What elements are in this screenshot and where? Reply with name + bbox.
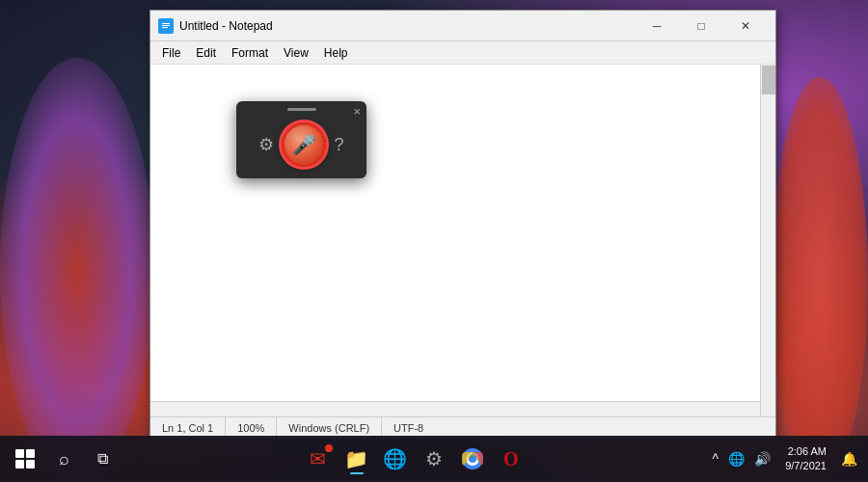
scrollbar-horizontal[interactable] [150, 401, 760, 416]
network-icon[interactable]: 🌐 [725, 451, 747, 467]
microphone-icon: 🎤 [292, 133, 316, 156]
drag-bar[interactable] [287, 108, 316, 111]
taskbar-edge-icon[interactable]: 🌐 [378, 442, 413, 476]
minimize-button[interactable]: ─ [635, 11, 679, 41]
chrome-svg-icon [462, 448, 483, 469]
svg-rect-1 [162, 23, 170, 24]
encoding: UTF-8 [382, 417, 435, 438]
search-icon: ⌕ [59, 449, 69, 469]
svg-rect-2 [162, 25, 170, 26]
line-ending: Windows (CRLF) [277, 417, 382, 438]
notepad-window: Untitled - Notepad ─ □ ✕ File Edit Forma… [149, 10, 776, 439]
task-view-button[interactable]: ⧉ [85, 442, 120, 476]
scrollbar-vertical[interactable] [760, 65, 775, 416]
menu-file[interactable]: File [154, 44, 188, 62]
voice-controls: ⚙ 🎤 ? [258, 122, 343, 167]
notification-icon[interactable]: 🔔 [838, 451, 860, 467]
zoom-level: 100% [226, 417, 277, 438]
volume-icon[interactable]: 🔊 [751, 451, 773, 467]
taskbar-center-section: ✉ 📁 🌐 ⚙ O [120, 442, 710, 476]
taskbar-explorer-icon[interactable]: 📁 [339, 442, 374, 476]
background-blob-right [772, 77, 868, 482]
taskbar-mail-icon[interactable]: ✉ [301, 442, 336, 476]
scrollbar-thumb[interactable] [762, 66, 775, 94]
hidden-icons-button[interactable]: ^ [710, 451, 722, 467]
system-clock[interactable]: 2:06 AM 9/7/2021 [777, 444, 834, 474]
taskbar-chrome-icon[interactable] [455, 442, 490, 476]
mail-icon: ✉ [310, 447, 326, 470]
voice-mic-button[interactable]: 🎤 [282, 122, 326, 167]
folder-icon: 📁 [344, 447, 368, 470]
taskbar-right-section: ^ 🌐 🔊 2:06 AM 9/7/2021 🔔 [710, 444, 860, 474]
voice-settings-icon[interactable]: ⚙ [258, 134, 274, 155]
windows-logo [15, 449, 35, 469]
task-view-icon: ⧉ [97, 450, 108, 468]
clock-time: 2:06 AM [785, 444, 827, 459]
taskbar-opera-icon[interactable]: O [494, 442, 529, 476]
menu-view[interactable]: View [276, 44, 316, 62]
start-button[interactable] [8, 442, 42, 476]
settings-gear-icon: ⚙ [425, 447, 443, 470]
opera-icon: O [503, 448, 519, 470]
cursor-position: Ln 1, Col 1 [150, 417, 226, 438]
voice-close-button[interactable]: × [353, 105, 361, 118]
menu-help[interactable]: Help [316, 44, 356, 62]
mail-badge [325, 444, 333, 452]
menu-bar: File Edit Format View Help [150, 41, 775, 65]
menu-edit[interactable]: Edit [188, 44, 224, 62]
taskbar-settings-icon[interactable]: ⚙ [417, 442, 451, 476]
edge-icon: 🌐 [383, 447, 407, 470]
search-button[interactable]: ⌕ [46, 442, 81, 476]
status-bar: Ln 1, Col 1 100% Windows (CRLF) UTF-8 [150, 416, 775, 438]
taskbar-left-section: ⌕ ⧉ [8, 442, 120, 476]
svg-rect-3 [162, 27, 168, 28]
window-title: Untitled - Notepad [179, 19, 635, 33]
notepad-icon [158, 18, 174, 34]
voice-input-overlay: × ⚙ 🎤 ? [236, 101, 366, 178]
maximize-button[interactable]: □ [679, 11, 723, 41]
title-bar: Untitled - Notepad ─ □ ✕ [150, 11, 775, 41]
window-controls: ─ □ ✕ [635, 11, 768, 41]
taskbar: ⌕ ⧉ ✉ 📁 🌐 ⚙ [0, 436, 868, 482]
menu-format[interactable]: Format [224, 44, 276, 62]
clock-date: 9/7/2021 [785, 459, 827, 473]
close-button[interactable]: ✕ [723, 11, 768, 41]
background-blob-left [0, 58, 154, 482]
voice-help-icon[interactable]: ? [334, 135, 343, 155]
